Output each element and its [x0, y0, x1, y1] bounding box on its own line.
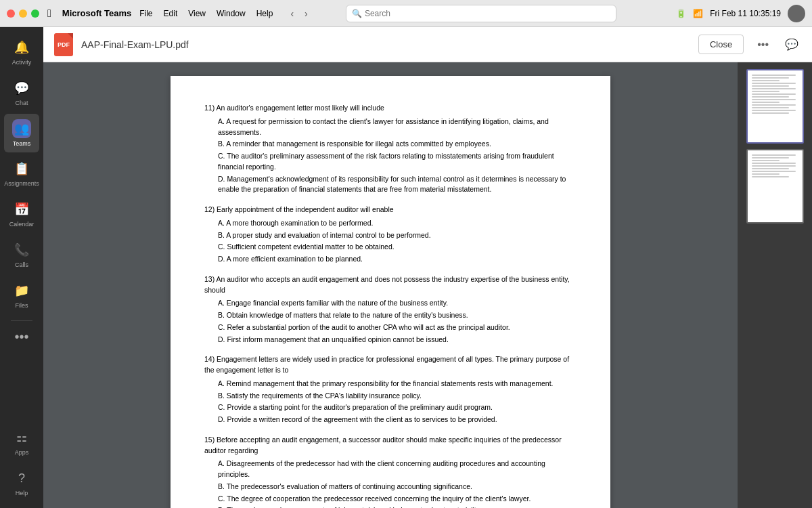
activity-icon: 🔔 [12, 38, 31, 57]
pdf-filename: AAP-Final-Exam-LPU.pdf [81, 39, 690, 50]
question-text: 11) An auditor's engagement letter most … [204, 103, 577, 114]
mac-menu-bar: File Edit View Window Help [139, 9, 273, 18]
mac-search-bar[interactable]: 🔍 [346, 5, 616, 22]
calls-icon: 📞 [12, 240, 31, 259]
sidebar-item-calls[interactable]: 📞 Calls [4, 235, 39, 274]
sidebar-item-assignments[interactable]: 📋 Assignments [4, 154, 39, 193]
option-text: D. A more efficient examination to be pl… [218, 254, 577, 265]
sidebar-label-activity: Activity [12, 59, 32, 66]
pdf-viewer: 11) An auditor's engagement letter most … [43, 62, 812, 508]
option-text: D. First inform management that an unqua… [218, 335, 577, 345]
question-block: 12) Early appointment of the independent… [204, 205, 577, 265]
sidebar-label-teams: Teams [13, 140, 31, 148]
question-block: 15) Before accepting an audit engagement… [204, 435, 577, 508]
apple-icon:  [47, 7, 51, 20]
question-text: 13) An auditor who accepts an audit enga… [204, 274, 577, 296]
calendar-icon: 📅 [12, 200, 31, 219]
option-text: A. Disagreements of the predecessor had … [218, 459, 577, 480]
mac-minimize-dot[interactable] [19, 9, 27, 18]
nav-buttons[interactable]: ‹ › [286, 7, 311, 20]
sidebar-item-apps[interactable]: ⚏ Apps [4, 423, 39, 462]
chat-icon: 💬 [12, 79, 31, 98]
user-avatar[interactable] [788, 5, 805, 22]
app-name: Microsoft Teams [62, 8, 131, 18]
pdf-close-button[interactable]: Close [698, 35, 744, 54]
sidebar-item-teams[interactable]: 👥 Teams [4, 114, 39, 153]
question-block: 11) An auditor's engagement letter most … [204, 103, 577, 195]
sidebar-label-apps: Apps [15, 449, 29, 457]
option-text: B. A proper study and evaluation of inte… [218, 230, 577, 241]
option-text: B. Satisfy the requirements of the CPA's… [218, 391, 577, 402]
apps-icon: ⚏ [12, 428, 31, 447]
sidebar: 🔔 Activity 💬 Chat 👥 Teams 📋 Assignments … [0, 27, 43, 508]
question-text: 14) Engagement letters are widely used i… [204, 354, 577, 376]
pdf-chat-button[interactable]: 💬 [782, 35, 801, 54]
pdf-more-options-button[interactable]: ••• [752, 36, 774, 54]
pdf-page-container[interactable]: 11) An auditor's engagement letter most … [43, 62, 738, 508]
pdf-page: 11) An auditor's engagement letter most … [171, 76, 610, 508]
search-icon: 🔍 [352, 9, 362, 18]
option-text: A. A request for permission to contact t… [218, 117, 577, 138]
sidebar-label-calls: Calls [15, 261, 28, 269]
option-text: A. A more thorough examination to be per… [218, 218, 577, 229]
mac-fullscreen-dot[interactable] [31, 9, 39, 18]
sidebar-item-activity[interactable]: 🔔 Activity [4, 33, 39, 72]
sidebar-label-assignments: Assignments [4, 180, 39, 188]
sidebar-item-help[interactable]: ? Help [4, 463, 39, 503]
option-text: B. A reminder that management is respons… [218, 139, 577, 150]
question-text: 12) Early appointment of the independent… [204, 205, 577, 215]
sidebar-label-help: Help [16, 490, 28, 497]
help-icon: ? [12, 469, 31, 488]
menu-view[interactable]: View [188, 9, 206, 18]
menu-file[interactable]: File [139, 9, 152, 18]
mac-status-area: 🔋 📶 Fri Feb 11 10:35:19 [676, 5, 805, 22]
option-text: D. Management's acknowledgment of its re… [218, 174, 577, 196]
mac-close-dot[interactable] [7, 9, 15, 18]
thumbnail-1[interactable] [746, 69, 804, 144]
sidebar-divider [11, 320, 32, 321]
sidebar-item-calendar[interactable]: 📅 Calendar [4, 194, 39, 234]
menu-window[interactable]: Window [217, 9, 246, 18]
menu-edit[interactable]: Edit [164, 9, 178, 18]
questions-container: 11) An auditor's engagement letter most … [204, 103, 577, 508]
option-text: C. The auditor's preliminary assessment … [218, 151, 577, 173]
sidebar-more-button[interactable]: ••• [14, 329, 28, 345]
option-text: C. Provide a starting point for the audi… [218, 402, 577, 413]
sidebar-item-files[interactable]: 📁 Files [4, 276, 39, 315]
option-text: C. The degree of cooperation the predece… [218, 494, 577, 505]
question-block: 13) An auditor who accepts an audit enga… [204, 274, 577, 345]
nav-forward[interactable]: › [300, 7, 312, 20]
option-text: C. Sufficient competent evidential matte… [218, 242, 577, 253]
option-text: D. Provide a written record of the agree… [218, 415, 577, 425]
assignments-icon: 📋 [12, 159, 31, 178]
question-text: 15) Before accepting an audit engagement… [204, 435, 577, 457]
option-text: B. Obtain knowledge of matters that rela… [218, 310, 577, 321]
pdf-header: PDF AAP-Final-Exam-LPU.pdf Close ••• 💬 [43, 27, 812, 62]
sidebar-label-chat: Chat [15, 100, 28, 107]
thumbnail-2[interactable] [746, 149, 804, 224]
pdf-thumbnails [738, 62, 812, 508]
option-text: C. Refer a substantial portion of the au… [218, 322, 577, 333]
option-text: D. The predecessor's assessments of inhe… [218, 505, 577, 508]
option-text: A. Engage financial experts familiar wit… [218, 298, 577, 309]
sidebar-label-files: Files [15, 302, 28, 310]
mac-time: Fri Feb 11 10:35:19 [710, 9, 781, 18]
mac-topbar:  Microsoft Teams File Edit View Window … [0, 0, 812, 27]
question-block: 14) Engagement letters are widely used i… [204, 354, 577, 425]
nav-back[interactable]: ‹ [286, 7, 298, 20]
option-text: B. The predecessor's evaluation of matte… [218, 482, 577, 492]
search-input[interactable] [365, 9, 610, 18]
teams-icon: 👥 [12, 119, 31, 138]
option-text: A. Remind management that the primary re… [218, 379, 577, 389]
wifi-icon: 📶 [693, 9, 703, 18]
content-area: PDF AAP-Final-Exam-LPU.pdf Close ••• 💬 1… [43, 27, 812, 508]
mac-window-controls[interactable] [7, 9, 39, 18]
files-icon: 📁 [12, 281, 31, 300]
battery-icon: 🔋 [676, 9, 686, 18]
pdf-file-icon: PDF [54, 33, 73, 56]
sidebar-item-chat[interactable]: 💬 Chat [4, 73, 39, 112]
menu-help[interactable]: Help [256, 9, 273, 18]
sidebar-label-calendar: Calendar [9, 221, 35, 228]
